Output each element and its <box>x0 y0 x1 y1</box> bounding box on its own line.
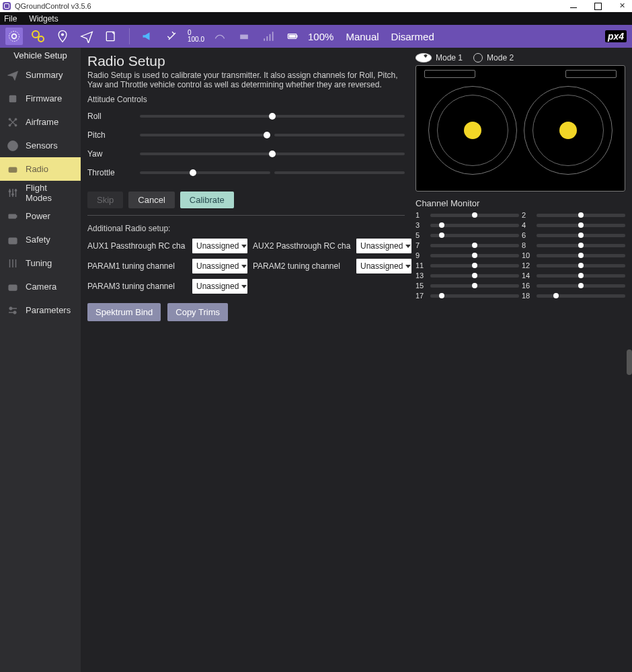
toolbar-fly-icon[interactable] <box>78 28 95 45</box>
channel-number: 12 <box>522 261 534 269</box>
plane-icon <box>7 69 19 81</box>
window-close-icon[interactable]: ✕ <box>619 2 625 9</box>
channel-number: 10 <box>522 251 534 259</box>
channel-2-bar <box>537 214 625 217</box>
aux2-select[interactable]: Unassigned <box>356 239 411 253</box>
toolbar-gears-icon[interactable] <box>30 28 47 45</box>
toolbar-rc-icon[interactable] <box>211 28 229 45</box>
app-icon <box>3 2 11 10</box>
copy-trims-button[interactable]: Copy Trims <box>167 303 228 321</box>
svg-point-17 <box>8 140 18 151</box>
sidebar-item-summary[interactable]: Summary <box>0 63 81 87</box>
channel-8-bar <box>537 244 625 247</box>
attitude-label: Yaw <box>87 149 140 159</box>
svg-point-20 <box>13 169 15 171</box>
channel-3-bar <box>430 224 519 227</box>
toolbar-telemetry-icon[interactable] <box>235 28 253 45</box>
toolbar-satellite-icon[interactable] <box>163 28 181 45</box>
sidebar-item-label: Tuning <box>26 258 52 268</box>
aux1-select[interactable]: Unassigned <box>192 239 247 253</box>
toolbar-analyze-icon[interactable] <box>102 28 120 45</box>
left-stick <box>428 86 517 175</box>
attitude-throttle-slider[interactable] <box>140 169 405 177</box>
attitude-roll-slider[interactable] <box>140 112 405 120</box>
scrollbar-thumb[interactable] <box>627 349 632 375</box>
radio-icon <box>416 53 432 62</box>
channel-15-bar <box>430 284 519 288</box>
vehicle-setup-sidebar: Vehicle Setup Summary Firmware Airframe … <box>0 48 81 672</box>
window-maximize-icon[interactable] <box>594 3 602 10</box>
channel-17-bar <box>430 294 519 298</box>
toolbar-megaphone-icon[interactable] <box>139 28 157 45</box>
sidebar-item-sensors[interactable]: Sensors <box>0 134 81 157</box>
svg-rect-18 <box>9 167 17 173</box>
aux2-label: AUX2 Passthrough RC cha <box>253 241 351 251</box>
toolbar-plan-icon[interactable] <box>54 28 71 45</box>
svg-rect-6 <box>240 35 248 40</box>
channel-5-bar <box>430 234 519 237</box>
toolbar-arm-state[interactable]: Disarmed <box>391 31 434 42</box>
sidebar-item-radio[interactable]: Radio <box>0 157 81 181</box>
channel-number: 7 <box>416 241 428 249</box>
window-minimize-icon[interactable] <box>570 7 577 8</box>
toolbar-flight-mode[interactable]: Manual <box>346 31 379 42</box>
channel-16-bar <box>537 284 625 288</box>
attitude-yaw-slider[interactable] <box>140 150 405 158</box>
svg-point-22 <box>12 193 14 195</box>
channel-4-bar <box>537 224 625 227</box>
mode1-radio[interactable]: Mode 1 <box>416 53 463 62</box>
sidebar-item-power[interactable]: Power <box>0 204 81 228</box>
parameters-icon <box>7 304 19 317</box>
channel-number: 5 <box>416 231 428 239</box>
channel-number: 17 <box>416 292 428 300</box>
transmitter-diagram <box>416 65 625 192</box>
mode2-radio[interactable]: Mode 2 <box>473 53 514 62</box>
sidebar-item-safety[interactable]: Safety <box>0 228 81 251</box>
svg-rect-8 <box>297 35 298 37</box>
svg-rect-10 <box>10 95 16 101</box>
sidebar-heading: Vehicle Setup <box>0 48 81 63</box>
toolbar-px4-logo: px4 <box>605 30 627 42</box>
menu-bar: File Widgets <box>0 12 632 25</box>
cancel-button[interactable]: Cancel <box>128 192 174 208</box>
sidebar-item-parameters[interactable]: Parameters <box>0 298 81 322</box>
svg-point-29 <box>9 306 13 310</box>
sidebar-item-flight-modes[interactable]: Flight Modes <box>0 181 81 204</box>
channel-18-bar <box>537 294 625 298</box>
param3-select[interactable]: Unassigned <box>192 279 247 294</box>
channel-monitor-heading: Channel Monitor <box>416 198 625 208</box>
svg-point-30 <box>13 310 17 314</box>
channel-number: 16 <box>522 282 534 290</box>
menu-widgets[interactable]: Widgets <box>29 14 58 24</box>
svg-point-4 <box>61 33 64 36</box>
window-title: QGroundControl v3.5.6 <box>15 2 91 10</box>
channel-1-bar <box>430 214 519 217</box>
spektrum-bind-button[interactable]: Spektrum Bind <box>87 303 161 321</box>
channel-11-bar <box>430 264 519 267</box>
sidebar-item-camera[interactable]: Camera <box>0 275 81 298</box>
toolbar-gps-values: 0 100.0 <box>188 30 204 43</box>
param2-select[interactable]: Unassigned <box>356 259 411 274</box>
param1-select[interactable]: Unassigned <box>192 259 247 274</box>
menu-file[interactable]: File <box>4 14 17 24</box>
svg-point-21 <box>9 190 11 192</box>
attitude-pitch-row: Pitch <box>87 126 405 144</box>
channel-number: 1 <box>416 211 428 219</box>
svg-rect-9 <box>289 35 296 38</box>
toolbar-signal-icon[interactable] <box>260 28 277 45</box>
channel-number: 11 <box>416 261 428 269</box>
attitude-throttle-row: Throttle <box>87 163 405 182</box>
radio-icon <box>473 53 483 62</box>
attitude-pitch-slider[interactable] <box>140 131 405 139</box>
sidebar-item-airframe[interactable]: Airframe <box>0 110 81 134</box>
param3-label: PARAM3 tuning channel <box>87 282 187 291</box>
sidebar-item-tuning[interactable]: Tuning <box>0 251 81 275</box>
toolbar-settings-icon[interactable] <box>5 28 23 45</box>
calibrate-button[interactable]: Calibrate <box>180 192 234 208</box>
skip-button[interactable]: Skip <box>87 192 123 208</box>
sidebar-item-label: Airframe <box>26 117 58 127</box>
sidebar-item-firmware[interactable]: Firmware <box>0 87 81 110</box>
svg-rect-25 <box>16 215 17 217</box>
sidebar-item-label: Firmware <box>26 93 62 103</box>
svg-point-23 <box>15 189 17 191</box>
